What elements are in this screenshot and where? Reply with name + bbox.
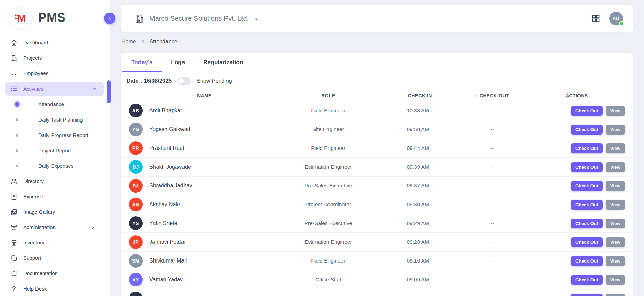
show-pending-toggle[interactable] — [177, 77, 191, 85]
check-out-button[interactable]: Check Out — [571, 200, 603, 210]
view-button[interactable]: View — [606, 125, 625, 135]
column-header-check-out[interactable]: ↑CHECK-OUT — [454, 93, 530, 98]
sidebar-subitem-attendance[interactable]: Attendance — [0, 97, 110, 112]
sidebar-scrollbar-thumb[interactable] — [107, 80, 111, 103]
check-out-button[interactable]: Check Out — [571, 106, 603, 116]
office-building-icon — [135, 14, 144, 23]
sidebar-subitem-daily-task-planning[interactable]: Daily Task Planning — [0, 112, 110, 127]
company-selector[interactable]: Marco Secure Solutions Pvt. Ltd. — [135, 14, 259, 23]
sidebar: M PMS Dashboard Projects Employees — [0, 0, 110, 296]
column-header-check-in[interactable]: ↓CHECK-IN — [382, 93, 454, 98]
view-button[interactable]: View — [606, 219, 625, 228]
check-in-time: 09:29 AM — [382, 220, 454, 226]
svg-text:M: M — [17, 12, 26, 24]
check-out-button[interactable]: Check Out — [571, 237, 603, 247]
check-out-time: -- — [454, 164, 530, 170]
check-out-button[interactable]: Check Out — [571, 181, 603, 191]
sidebar-item-directory[interactable]: Directory — [0, 173, 110, 189]
subitem-label: Daily Task Planning — [38, 117, 83, 123]
table-row: PRPrashant Raut Field Engineer 09:44 AM … — [121, 139, 633, 158]
check-out-button[interactable]: Check Out — [571, 294, 603, 296]
check-out-button[interactable]: Check Out — [571, 143, 603, 153]
employee-name: Prashant Raut — [149, 145, 184, 151]
sidebar-collapse-button[interactable] — [104, 13, 115, 24]
check-out-button[interactable]: Check Out — [571, 256, 603, 266]
bullet-dot — [16, 118, 18, 121]
table-body: ABAmit Bhapkar Field Engineer 10:38 AM -… — [121, 101, 633, 296]
sidebar-subitem-daily-progress-report[interactable]: Daily Progress Report — [0, 127, 110, 143]
employee-name: Shivkumar Mali — [149, 258, 187, 264]
check-out-button[interactable]: Check Out — [571, 275, 603, 285]
employee-name: Yatin Shete — [149, 220, 177, 226]
sidebar-item-activities[interactable]: Activities — [5, 82, 104, 96]
chevron-right-icon — [141, 40, 145, 44]
check-out-button[interactable]: Check Out — [571, 162, 603, 172]
view-button[interactable]: View — [606, 256, 625, 266]
table-row: YGYogesh Gaikwad Site Engineer 09:58 AM … — [121, 120, 633, 139]
sidebar-item-dashboard[interactable]: Dashboard — [0, 35, 110, 50]
apps-grid-icon[interactable] — [591, 14, 600, 23]
building-icon — [10, 54, 18, 62]
employee-role: Pre-Sales Executive — [275, 183, 382, 189]
book-icon — [10, 270, 18, 277]
tab-logs[interactable]: Logs — [162, 53, 194, 72]
view-button[interactable]: View — [606, 143, 625, 153]
receipt-icon — [10, 193, 18, 200]
table-header: NAME ROLE ↓CHECK-IN ↑CHECK-OUT ACTIONS — [121, 90, 633, 101]
home-icon — [10, 39, 18, 46]
top-header: Marco Secure Solutions Pvt. Ltd. AD — [121, 5, 633, 32]
avatar: VY — [129, 273, 143, 286]
sidebar-item-inventory[interactable]: Inventory — [0, 235, 110, 250]
employee-role: Estimation Engineer — [275, 164, 382, 170]
question-icon: ? — [10, 285, 18, 293]
check-out-time: -- — [454, 126, 530, 132]
user-avatar[interactable]: AD — [609, 12, 623, 25]
sidebar-item-support[interactable]: Support — [0, 250, 110, 266]
view-button[interactable]: View — [606, 200, 625, 210]
check-out-button[interactable]: Check Out — [571, 125, 603, 135]
sidebar-item-documentation[interactable]: Documentation — [0, 266, 110, 281]
sidebar-item-employees[interactable]: Employees — [0, 66, 110, 81]
check-out-button[interactable]: Check Out — [571, 219, 603, 228]
bullet-dot — [16, 134, 18, 137]
employee-role: Office Staff — [275, 277, 382, 283]
breadcrumb-current: Attendance — [150, 39, 177, 45]
sidebar-subitem-project-report[interactable]: Project Report — [0, 143, 110, 158]
sidebar-item-image-gallery[interactable]: Image Gallary — [0, 204, 110, 220]
archive-icon — [10, 224, 18, 231]
avatar: SJ — [129, 179, 143, 193]
sidebar-item-label: Projects — [23, 55, 42, 61]
sidebar-item-label: Activities — [23, 86, 43, 92]
view-button[interactable]: View — [606, 275, 625, 285]
sidebar-item-label: Help Desk — [23, 286, 47, 292]
table-row: VYVaman Yadav Office Staff 09:09 AM -- C… — [121, 270, 633, 289]
sidebar-subitem-daily-expenses[interactable]: Daily Expenses — [0, 158, 110, 173]
table-row: BJBhakti Jogawade Estimation Engineer 09… — [121, 158, 633, 177]
sidebar-item-administration[interactable]: Administration — [0, 220, 110, 235]
sidebar-item-expense[interactable]: Expense — [0, 189, 110, 204]
check-in-time: 09:09 AM — [382, 277, 454, 283]
image-icon — [10, 208, 18, 216]
sidebar-item-help-desk[interactable]: ? Help Desk — [0, 281, 110, 296]
employee-role: Estimation Engineer — [275, 239, 382, 245]
show-pending-label: Show Pending — [196, 78, 232, 84]
view-button[interactable]: View — [606, 162, 625, 172]
table-row: SJShraddha Jadhav Pre-Sales Executive 09… — [121, 177, 633, 195]
company-name: Marco Secure Solutions Pvt. Ltd. — [149, 15, 249, 23]
active-dot — [15, 102, 19, 107]
employee-name: Akshay Nale — [149, 201, 180, 208]
view-button[interactable]: View — [606, 181, 625, 191]
check-in-time: 09:58 AM — [382, 126, 454, 132]
store-icon — [10, 239, 18, 246]
view-button[interactable]: View — [606, 237, 625, 247]
breadcrumb-home[interactable]: Home — [121, 39, 136, 45]
arrow-up-icon: ↑ — [475, 93, 478, 98]
tab-regularization[interactable]: Regularization — [194, 53, 252, 72]
tab-todays[interactable]: Today's — [122, 53, 162, 72]
view-button[interactable]: View — [606, 106, 625, 116]
check-out-time: -- — [454, 108, 530, 114]
sidebar-item-projects[interactable]: Projects — [0, 50, 110, 66]
avatar: AB — [129, 104, 143, 117]
view-button[interactable]: View — [606, 294, 625, 296]
date-label: Date : 16/08/2025 — [127, 78, 172, 84]
